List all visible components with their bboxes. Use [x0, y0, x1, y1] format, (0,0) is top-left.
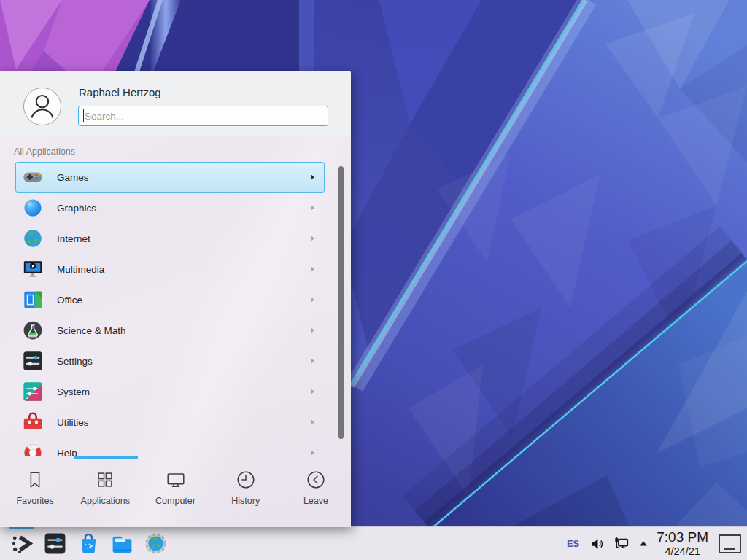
expand-tray-icon[interactable] [638, 538, 649, 550]
launcher-header: Raphael Hertzog [0, 71, 351, 136]
menu-item-label: Internet [57, 233, 311, 244]
menu-item-system[interactable]: System [15, 376, 325, 407]
dolphin-icon [110, 532, 134, 556]
taskbar-system-settings[interactable] [38, 527, 71, 560]
tab-label: Applications [81, 496, 130, 506]
menu-item-label: Multimedia [57, 264, 311, 275]
show-desktop-button[interactable] [719, 534, 741, 553]
submenu-arrow-icon [311, 327, 314, 333]
tab-favorites[interactable]: Favorites [0, 456, 70, 527]
menu-item-science-math[interactable]: Science & Math [15, 315, 325, 346]
taskbar-kickoff-launcher[interactable] [4, 527, 38, 560]
digital-clock[interactable]: 7:03 PM 4/24/21 [657, 530, 708, 557]
tab-label: History [231, 496, 260, 506]
submenu-arrow-icon [311, 236, 314, 241]
application-launcher-popup: Raphael Hertzog All Applications Games G… [0, 71, 351, 527]
menu-item-label: Settings [57, 356, 311, 367]
taskbar-dolphin-file-manager[interactable] [105, 527, 139, 560]
menu-item-label: Games [57, 172, 311, 183]
active-task-indicator [9, 527, 34, 529]
menu-item-label: Graphics [57, 203, 311, 214]
keyboard-layout-indicator[interactable]: ES [567, 538, 579, 549]
tab-history[interactable]: History [211, 456, 281, 527]
graphics-icon [22, 197, 44, 219]
submenu-arrow-icon [311, 419, 314, 425]
leave-icon [305, 469, 327, 491]
search-field-frame [78, 106, 328, 126]
active-tab-indicator [74, 456, 138, 459]
application-category-list: Games Graphics Internet Multimedia Offic… [0, 162, 351, 456]
grid-icon [94, 469, 116, 491]
taskbar-launchers [0, 527, 172, 560]
menu-item-label: System [57, 386, 311, 397]
menu-item-label: Science & Math [57, 325, 311, 336]
section-label: All Applications [14, 147, 75, 157]
menu-item-utilities[interactable]: Utilities [15, 407, 325, 438]
tab-label: Computer [155, 496, 196, 506]
user-avatar[interactable] [23, 87, 62, 126]
tab-leave[interactable]: Leave [281, 456, 351, 527]
tab-label: Favorites [16, 496, 53, 506]
network-icon[interactable] [614, 536, 630, 552]
tab-label: Leave [303, 496, 328, 506]
user-name: Raphael Hertzog [79, 86, 161, 98]
submenu-arrow-icon [311, 174, 314, 180]
clock-time: 7:03 PM [657, 530, 708, 544]
submenu-arrow-icon [311, 266, 314, 272]
submenu-arrow-icon [311, 389, 314, 394]
utilities-icon [22, 411, 44, 433]
taskbar-discover[interactable] [71, 527, 105, 560]
bookmark-icon [24, 469, 46, 491]
menu-item-games[interactable]: Games [15, 162, 325, 192]
volume-icon[interactable] [589, 536, 605, 552]
taskbar-panel: ES 7:03 PM 4/24/21 [0, 526, 747, 560]
submenu-arrow-icon [311, 358, 314, 364]
submenu-arrow-icon [311, 450, 314, 456]
systemsettings-icon [43, 532, 67, 556]
system-icon [22, 381, 44, 402]
menu-item-office[interactable]: Office [15, 284, 325, 315]
menu-item-multimedia[interactable]: Multimedia [15, 254, 325, 284]
menu-item-label: Utilities [57, 417, 311, 428]
konqueror-icon [144, 532, 168, 556]
kickoff-icon [9, 532, 34, 556]
menu-item-help[interactable]: Help [15, 438, 325, 456]
menu-item-internet[interactable]: Internet [15, 223, 325, 254]
multimedia-icon [22, 258, 44, 280]
help-icon [22, 442, 44, 456]
computer-icon [165, 469, 187, 491]
launcher-tab-bar: Favorites Applications Computer History … [0, 456, 351, 527]
internet-icon [22, 228, 44, 249]
submenu-arrow-icon [311, 205, 314, 211]
science-icon [22, 319, 44, 341]
system-tray: ES 7:03 PM 4/24/21 [567, 527, 747, 560]
menu-item-label: Office [57, 295, 311, 306]
scrollbar-handle[interactable] [338, 166, 344, 439]
search-input[interactable] [83, 106, 320, 125]
tab-computer[interactable]: Computer [140, 456, 210, 527]
taskbar-konqueror-browser[interactable] [139, 527, 172, 560]
office-icon [22, 289, 44, 311]
submenu-arrow-icon [311, 297, 314, 303]
games-icon [22, 166, 44, 188]
clock-date: 4/24/21 [657, 546, 708, 557]
history-icon [235, 469, 257, 491]
tab-applications[interactable]: Applications [70, 456, 140, 527]
menu-item-graphics[interactable]: Graphics [15, 192, 325, 223]
discover-icon [77, 532, 101, 556]
settings-icon [22, 350, 44, 372]
menu-item-settings[interactable]: Settings [15, 346, 325, 376]
